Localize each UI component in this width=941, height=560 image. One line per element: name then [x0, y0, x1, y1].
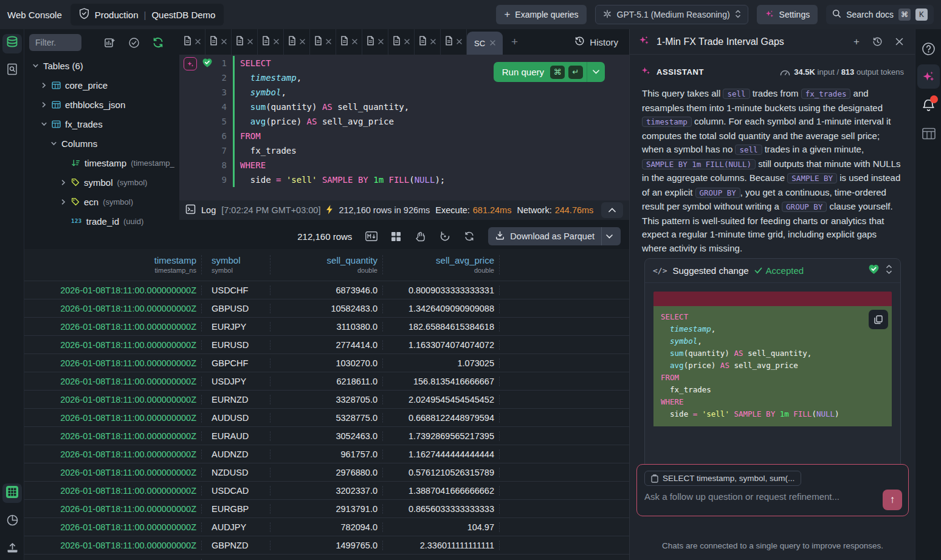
- table-row[interactable]: 2026-01-08T18:11:00.000000000ZNZDUSD2976…: [24, 463, 629, 481]
- query-tab[interactable]: [441, 29, 467, 55]
- download-parquet-button[interactable]: Download as Parquet: [488, 227, 621, 245]
- environment-badge[interactable]: Production | QuestDB Demo: [71, 4, 224, 26]
- table-row[interactable]: 2026-01-08T18:11:00.000000000ZGBPNZD1499…: [24, 536, 629, 554]
- chevron-down-icon[interactable]: [50, 140, 57, 147]
- pointer-icon[interactable]: [415, 231, 426, 242]
- table-row[interactable]: 2026-01-08T18:11:00.000000000ZEURGBP2913…: [24, 499, 629, 517]
- table-row[interactable]: 2026-01-08T18:11:00.000000000ZUSDCAD3202…: [24, 481, 629, 499]
- table-row[interactable]: 2026-01-08T18:11:00.000000000ZEURJPY3110…: [24, 317, 629, 335]
- code-line[interactable]: 4 sum(quantity) AS sell_quantity,: [179, 100, 629, 114]
- query-tab[interactable]: [388, 29, 415, 55]
- sql-editor[interactable]: 1SELECT2 timestamp,3 symbol,4 sum(quanti…: [179, 55, 629, 200]
- tree-item-core-price[interactable]: core_price: [24, 75, 179, 95]
- tree-item-tables-6-[interactable]: Tables (6): [24, 56, 179, 75]
- table-row[interactable]: 2026-01-08T18:11:00.000000000ZGBPCHF1030…: [24, 353, 629, 372]
- table-panel-button[interactable]: [917, 121, 940, 146]
- close-tab-icon[interactable]: [490, 39, 495, 47]
- add-matview-button[interactable]: [97, 37, 122, 49]
- model-selector[interactable]: GPT-5.1 (Medium Reasoning): [595, 5, 748, 24]
- tree-item-ethblocks-json[interactable]: ethblocks_json: [24, 95, 179, 114]
- grid-view-button[interactable]: [2, 483, 22, 503]
- close-tab-icon[interactable]: [326, 38, 331, 46]
- code-line[interactable]: 9 side = 'sell' SAMPLE BY 1m FILL(NULL);: [179, 172, 629, 187]
- tree-item-trade-id[interactable]: 123trade_id(uuid): [24, 211, 179, 231]
- refresh-icon[interactable]: [464, 231, 475, 242]
- query-tab[interactable]: [362, 29, 388, 55]
- query-tab[interactable]: [258, 29, 284, 55]
- tree-item-symbol[interactable]: symbol(symbol): [24, 172, 179, 192]
- ai-panel-button[interactable]: [917, 64, 940, 89]
- tree-item-timestamp[interactable]: timestamp(timestamp_: [24, 153, 179, 172]
- layout-grid-icon[interactable]: [391, 231, 401, 242]
- query-tab[interactable]: [179, 29, 205, 55]
- help-button[interactable]: [917, 36, 940, 61]
- column-header-sell-avg-price[interactable]: sell_avg_price double: [383, 255, 500, 275]
- ai-sparkle-button[interactable]: [184, 57, 197, 70]
- doc-search-nav-button[interactable]: [2, 61, 22, 80]
- refresh-tables-button[interactable]: [146, 36, 170, 49]
- column-header-symbol[interactable]: symbol symbol: [202, 255, 271, 275]
- tree-item-ecn[interactable]: ecn(symbol): [24, 192, 179, 211]
- example-queries-button[interactable]: + Example queries: [496, 5, 586, 24]
- close-tab-icon[interactable]: [404, 38, 410, 46]
- code-line[interactable]: 5 avg(price) AS sell_avg_price: [179, 114, 629, 129]
- query-context-chip[interactable]: SELECT timestamp, symbol, sum(...: [644, 471, 801, 486]
- chevron-right-icon[interactable]: [60, 199, 67, 205]
- table-row[interactable]: 2026-01-08T18:11:00.000000000ZAUDNZD9617…: [24, 445, 629, 463]
- table-row[interactable]: 2026-01-08T18:11:00.000000000ZGBPUSD1058…: [24, 299, 629, 317]
- table-row[interactable]: 2026-01-08T18:11:00.000000000ZEURUSD2774…: [24, 335, 629, 353]
- close-tab-icon[interactable]: [221, 38, 227, 46]
- query-tab[interactable]: [205, 29, 232, 55]
- run-query-button[interactable]: Run query ⌘ ↵: [494, 62, 605, 82]
- close-chat-button[interactable]: [892, 38, 906, 46]
- chart-view-button[interactable]: [2, 511, 22, 531]
- tree-item-columns[interactable]: Columns: [24, 134, 179, 153]
- new-tab-button[interactable]: +: [503, 35, 526, 49]
- query-tab[interactable]: [310, 29, 336, 55]
- import-button[interactable]: [2, 539, 22, 559]
- table-row[interactable]: 2026-01-08T18:11:00.000000000ZUSDCHF6873…: [24, 281, 629, 299]
- new-chat-button[interactable]: +: [850, 36, 863, 48]
- query-tab[interactable]: [336, 29, 362, 55]
- close-tab-icon[interactable]: [352, 38, 357, 46]
- timer-icon[interactable]: [439, 231, 450, 242]
- expand-collapse-chevrons[interactable]: [886, 264, 892, 277]
- download-options-chevron[interactable]: [601, 227, 617, 245]
- run-options-chevron[interactable]: [587, 62, 605, 82]
- close-tab-icon[interactable]: [430, 38, 436, 46]
- collapse-log-button[interactable]: [601, 202, 623, 218]
- settings-button[interactable]: Settings: [757, 5, 818, 24]
- markdown-icon[interactable]: [365, 231, 377, 241]
- tree-item-fx-trades[interactable]: fx_trades: [24, 114, 179, 134]
- code-line[interactable]: 7 fx_trades: [179, 143, 629, 158]
- table-row[interactable]: 2026-01-08T18:11:00.000000000ZUSDJPY6218…: [24, 372, 629, 390]
- query-tab[interactable]: [284, 29, 310, 55]
- close-tab-icon[interactable]: [378, 38, 384, 46]
- filter-input[interactable]: [29, 34, 81, 51]
- chevron-right-icon[interactable]: [40, 101, 47, 108]
- chevron-down-icon[interactable]: [40, 121, 47, 128]
- table-row[interactable]: 2026-01-08T18:11:00.000000000ZEURNZD3328…: [24, 390, 629, 408]
- close-tab-icon[interactable]: [247, 38, 253, 46]
- check-circle-icon[interactable]: [122, 37, 146, 49]
- code-line[interactable]: 8WHERE: [179, 158, 629, 172]
- table-row[interactable]: 2026-01-08T18:11:00.000000000Z: [24, 554, 629, 560]
- close-tab-icon[interactable]: [195, 38, 201, 46]
- column-header-sell-quantity[interactable]: sell_quantity double: [271, 255, 383, 275]
- active-query-tab[interactable]: SC: [467, 32, 503, 55]
- copy-code-button[interactable]: [869, 310, 888, 329]
- table-row[interactable]: 2026-01-08T18:11:00.000000000ZEURAUD3052…: [24, 426, 629, 445]
- chevron-right-icon[interactable]: [40, 82, 47, 89]
- code-line[interactable]: 6FROM: [179, 129, 629, 143]
- search-docs-button[interactable]: Search docs ⌘ K: [826, 5, 934, 24]
- close-tab-icon[interactable]: [457, 38, 462, 46]
- chat-input[interactable]: [644, 491, 869, 502]
- column-header-timestamp[interactable]: timestamp timestamp_ns: [24, 255, 202, 275]
- table-row[interactable]: 2026-01-08T18:11:00.000000000ZAUDJPY7820…: [24, 517, 629, 536]
- history-button[interactable]: History: [564, 36, 629, 48]
- chevron-down-icon[interactable]: [32, 63, 39, 69]
- chevron-right-icon[interactable]: [60, 179, 67, 186]
- chat-history-button[interactable]: [869, 36, 886, 47]
- database-nav-button[interactable]: [2, 34, 22, 53]
- query-tab[interactable]: [415, 29, 441, 55]
